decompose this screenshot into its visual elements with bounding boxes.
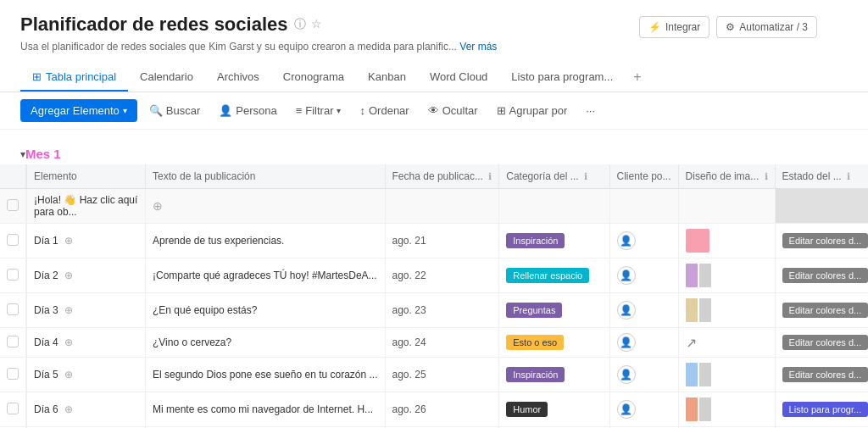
avatar: 👤 [617,333,636,352]
row-checkbox[interactable] [0,293,26,328]
table-row: Día 3 ⊕ ¿En qué equipo estás? ago. 23 Pr… [0,293,868,328]
see-more-link[interactable]: Ver más [459,41,497,53]
image-arrow: ↗ [686,335,768,351]
table-row: Día 1 ⊕ Aprende de tus experiencias. ago… [0,224,868,258]
tab-listo[interactable]: Listo para program... [499,64,625,92]
star-icon[interactable]: ☆ [311,17,322,32]
row-item-label[interactable]: ¡Hola! 👋 Haz clic aquí para ob... [27,189,146,224]
img-info-icon: ℹ [765,171,768,181]
hide-icon: 👁 [428,104,439,117]
col-img: Diseño de ima... ℹ [678,164,775,189]
page-title: Planificador de redes sociales [20,14,287,36]
add-subitem-icon[interactable]: ⊕ [64,403,73,415]
app-container: Planificador de redes sociales ⓘ ☆ ⚡ Int… [0,0,868,428]
col-item: Elemento [27,164,146,189]
group-header: ▾ Mes 1 [0,140,868,164]
filter-icon: ≡ [296,104,303,117]
table-row: Día 4 ⊕ ¿Vino o cerveza? ago. 24 Esto o … [0,328,868,358]
image-thumbnails [686,298,768,322]
date-info-icon: ℹ [488,171,492,181]
row-checkbox[interactable] [0,358,26,392]
tabs-list: ⊞ Tabla principal Calendario Archivos Cr… [0,63,868,92]
title-row: Planificador de redes sociales ⓘ ☆ [20,14,322,36]
avatar: 👤 [617,400,636,419]
persona-icon: 👤 [219,104,232,117]
filter-button[interactable]: ≡ Filtrar ▾ [289,100,348,121]
row-checkbox[interactable] [0,258,26,293]
avatar: 👤 [617,231,636,250]
col-cat: Categoría del ... ℹ [499,164,609,189]
search-icon: 🔍 [149,104,163,117]
hide-button[interactable]: 👁 Ocultar [421,100,485,121]
integrate-button[interactable]: ⚡ Integrar [639,16,709,38]
add-subitem-icon[interactable]: ⊕ [64,304,73,316]
table-header-row: Elemento Texto de la publicación Fecha d… [0,164,868,189]
table-row: Día 2 ⊕ ¡Comparte qué agradeces TÚ hoy! … [0,258,868,293]
add-subitem-icon[interactable]: ⊕ [64,336,73,348]
col-date: Fecha de publicac... ℹ [385,164,499,189]
group-button[interactable]: ⊞ Agrupar por [490,100,575,121]
table-row: Día 6 ⊕ Mi mente es como mi navegador de… [0,392,868,427]
status-info-icon: ℹ [847,171,850,181]
add-element-button[interactable]: Agregar Elemento ▾ [20,99,137,122]
table-wrapper: Elemento Texto de la publicación Fecha d… [0,164,868,428]
table-row: ¡Hola! 👋 Haz clic aquí para ob... ⊕ [0,189,868,224]
col-status: Estado del ... ℹ [775,164,868,189]
row-checkbox[interactable] [0,328,26,358]
col-checkbox [0,164,26,189]
filter-chevron-icon: ▾ [337,106,341,115]
cat-info-icon: ℹ [584,171,587,181]
tab-word-cloud[interactable]: Word Cloud [418,64,499,92]
more-icon: ··· [586,104,595,117]
tab-calendario[interactable]: Calendario [128,64,205,92]
integrate-icon: ⚡ [648,21,661,33]
title-icons: ⓘ ☆ [294,17,322,32]
add-subitem-icon[interactable]: ⊕ [64,270,73,281]
automate-button[interactable]: ⚙ Automatizar / 3 [716,16,817,38]
add-row-icon[interactable]: ⊕ [153,199,163,213]
toolbar: Agregar Elemento ▾ 🔍 Buscar 👤 Persona ≡ … [0,92,868,130]
automate-icon: ⚙ [726,21,735,33]
tab-tabla-principal[interactable]: ⊞ Tabla principal [20,64,128,92]
image-thumbnails [686,397,768,421]
persona-button[interactable]: 👤 Persona [212,100,283,121]
tab-cronograma[interactable]: Cronograma [271,64,356,92]
main-content: ▾ Mes 1 Elemento Texto de la publicación [0,130,868,428]
header-actions: ⚡ Integrar ⚙ Automatizar / 3 [639,16,831,38]
order-icon: ↕ [359,104,365,117]
group-title: Mes 1 [25,147,61,161]
table-row: Día 5 ⊕ El segundo Dios pone ese sueño e… [0,358,868,392]
order-button[interactable]: ↕ Ordenar [353,100,415,121]
add-chevron-icon: ▾ [123,106,127,115]
col-person: Cliente po... [609,164,678,189]
image-thumbnail [686,229,709,253]
avatar: 👤 [617,301,636,320]
group-icon: ⊞ [497,104,506,117]
add-tab-button[interactable]: + [625,63,649,92]
row-checkbox[interactable] [0,392,26,427]
row-checkbox[interactable] [0,189,26,224]
image-thumbnails [686,363,768,386]
avatar: 👤 [617,365,636,384]
image-thumbnails [686,264,768,287]
add-subitem-icon[interactable]: ⊕ [64,369,73,381]
info-icon[interactable]: ⓘ [294,17,306,32]
row-checkbox[interactable] [0,224,26,258]
more-options-button[interactable]: ··· [579,100,602,121]
tab-archivos[interactable]: Archivos [205,64,271,92]
add-subitem-icon[interactable]: ⊕ [64,235,73,247]
main-table: Elemento Texto de la publicación Fecha d… [0,164,868,428]
subtitle: Usa el planificador de redes sociales qu… [20,41,848,53]
header: Planificador de redes sociales ⓘ ☆ ⚡ Int… [0,0,868,53]
tabs-bar: ⊞ Tabla principal Calendario Archivos Cr… [0,63,868,92]
tab-kanban[interactable]: Kanban [356,64,418,92]
tab-icon-tabla: ⊞ [32,70,42,83]
avatar: 👤 [617,266,636,285]
col-text: Texto de la publicación [146,164,386,189]
search-button[interactable]: 🔍 Buscar [142,100,207,121]
